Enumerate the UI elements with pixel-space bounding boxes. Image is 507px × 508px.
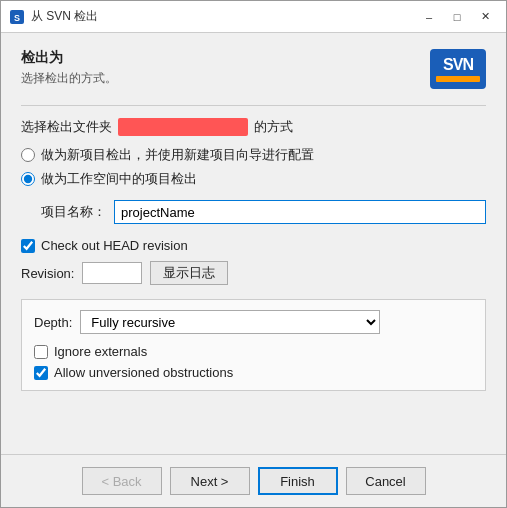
depth-label: Depth: [34, 315, 72, 330]
radio-new-project-label: 做为新项目检出，并使用新建项目向导进行配置 [41, 146, 314, 164]
minimize-button[interactable]: – [416, 6, 442, 28]
revision-input[interactable] [82, 262, 142, 284]
radio-group: 做为新项目检出，并使用新建项目向导进行配置 做为工作空间中的项目检出 [21, 146, 486, 188]
depth-section: Depth: Fully recursive Immediate childre… [21, 299, 486, 391]
depth-row: Depth: Fully recursive Immediate childre… [34, 310, 473, 334]
page-title: 检出为 [21, 49, 430, 67]
footer: < Back Next > Finish Cancel [1, 454, 506, 507]
depth-select[interactable]: Fully recursive Immediate children Only … [80, 310, 380, 334]
allow-unversioned-item[interactable]: Allow unversioned obstructions [34, 365, 473, 380]
form-section: 选择检出文件夹 的方式 做为新项目检出，并使用新建项目向导进行配置 做为工作空间… [21, 118, 486, 442]
close-button[interactable]: ✕ [472, 6, 498, 28]
ignore-externals-checkbox[interactable] [34, 345, 48, 359]
depth-options: Ignore externals Allow unversioned obstr… [34, 342, 473, 380]
checkout-head-checkbox[interactable] [21, 239, 35, 253]
checkout-folder-prefix: 选择检出文件夹 [21, 118, 112, 136]
content-area: 检出为 选择检出的方式。 SVN 选择检出文件夹 的方式 [1, 33, 506, 454]
maximize-button[interactable]: □ [444, 6, 470, 28]
window-icon: S [9, 9, 25, 25]
ignore-externals-label: Ignore externals [54, 344, 147, 359]
checkout-folder-row: 选择检出文件夹 的方式 [21, 118, 486, 136]
checkout-head-label: Check out HEAD revision [41, 238, 188, 253]
allow-unversioned-label: Allow unversioned obstructions [54, 365, 233, 380]
header-text: 检出为 选择检出的方式。 [21, 49, 430, 87]
svn-logo-bar [436, 76, 480, 82]
page-subtitle: 选择检出的方式。 [21, 70, 430, 87]
main-window: S 从 SVN 检出 – □ ✕ 检出为 选择检出的方式。 SVN [0, 0, 507, 508]
radio-workspace[interactable] [21, 172, 35, 186]
cancel-button[interactable]: Cancel [346, 467, 426, 495]
svn-logo-text: SVN [443, 56, 473, 74]
svn-logo: SVN [430, 49, 486, 89]
window-controls: – □ ✕ [416, 6, 498, 28]
divider [21, 105, 486, 106]
header-area: 检出为 选择检出的方式。 SVN [21, 49, 486, 89]
project-name-label: 项目名称： [41, 203, 106, 221]
title-bar: S 从 SVN 检出 – □ ✕ [1, 1, 506, 33]
redacted-url-bar [118, 118, 248, 136]
back-button[interactable]: < Back [82, 467, 162, 495]
svg-text:S: S [14, 13, 20, 23]
checkout-folder-suffix: 的方式 [254, 118, 293, 136]
revision-row: Revision: 显示日志 [21, 261, 486, 285]
radio-new-project[interactable] [21, 148, 35, 162]
finish-button[interactable]: Finish [258, 467, 338, 495]
show-log-button[interactable]: 显示日志 [150, 261, 228, 285]
next-button[interactable]: Next > [170, 467, 250, 495]
allow-unversioned-checkbox[interactable] [34, 366, 48, 380]
radio-workspace-label: 做为工作空间中的项目检出 [41, 170, 197, 188]
project-name-row: 项目名称： [21, 200, 486, 224]
revision-label: Revision: [21, 266, 74, 281]
window-title: 从 SVN 检出 [31, 8, 416, 25]
checkout-head-row: Check out HEAD revision [21, 238, 486, 253]
radio-workspace-item[interactable]: 做为工作空间中的项目检出 [21, 170, 486, 188]
radio-new-project-item[interactable]: 做为新项目检出，并使用新建项目向导进行配置 [21, 146, 486, 164]
ignore-externals-item[interactable]: Ignore externals [34, 344, 473, 359]
project-name-input[interactable] [114, 200, 486, 224]
